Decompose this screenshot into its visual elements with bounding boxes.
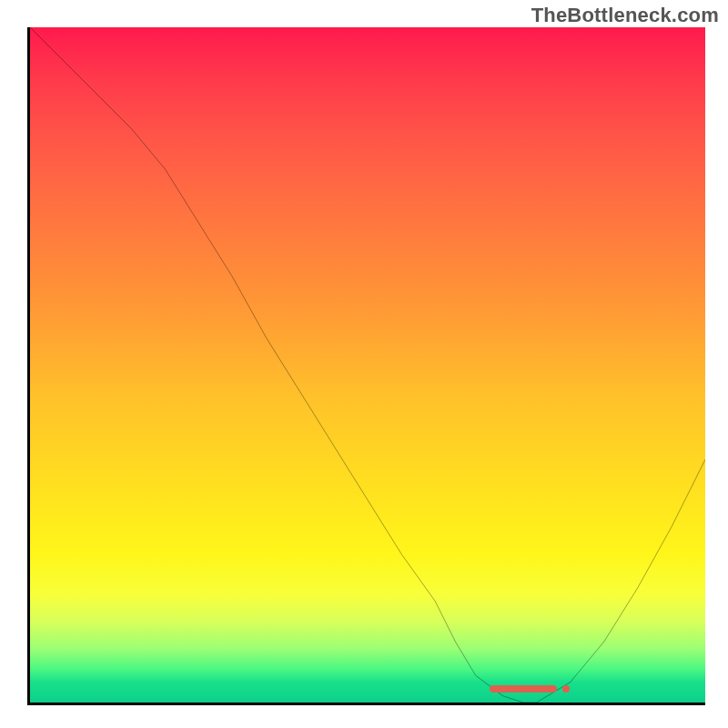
bottleneck-chart: TheBottleneck.com [0,0,728,728]
curve-svg [30,27,705,703]
optimal-range-marker [490,685,557,693]
optimal-range-dot [562,685,570,693]
watermark-text: TheBottleneck.com [531,4,719,27]
bottleneck-curve-path [30,27,705,703]
plot-area [27,27,705,705]
